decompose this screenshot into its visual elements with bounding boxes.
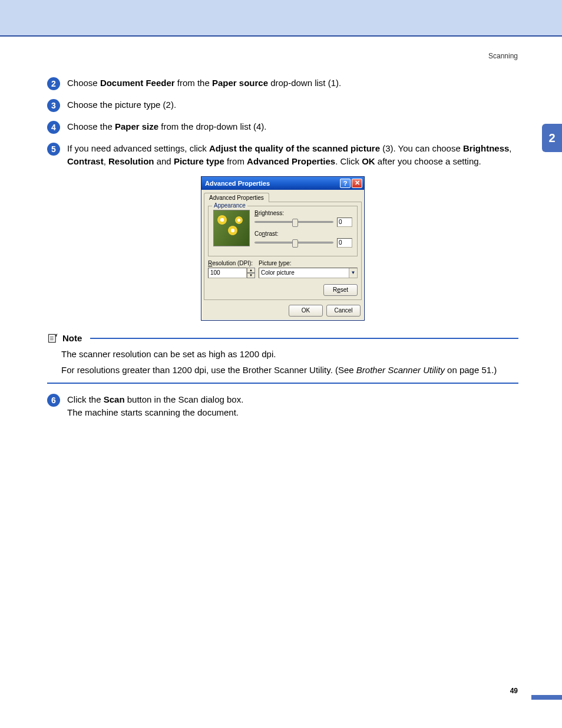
step-text: Choose Document Feeder from the Paper so… — [67, 77, 518, 90]
t: (3). You can choose — [380, 143, 463, 153]
spin-down-icon[interactable]: ▼ — [247, 273, 255, 278]
t: Choose the — [67, 121, 115, 131]
cancel-button[interactable]: Cancel — [326, 305, 361, 317]
note-icon — [47, 332, 59, 344]
note-title: Note — [62, 333, 82, 343]
step-6: 6 Click the Scan button in the Scan dial… — [47, 393, 518, 419]
t: from the — [175, 78, 212, 88]
picture-type-value: Color picture — [261, 269, 295, 276]
t: Scan — [104, 394, 125, 404]
contrast-value[interactable]: 0 — [337, 238, 352, 248]
t: trast: — [265, 230, 278, 237]
step-bullet: 3 — [47, 99, 60, 112]
divider — [90, 338, 518, 339]
divider — [47, 383, 518, 384]
t: ype: — [280, 260, 292, 266]
t: OK — [362, 156, 375, 166]
t: . Click — [335, 156, 362, 166]
step-text: Choose the picture type (2). — [67, 98, 518, 111]
t: , — [509, 143, 511, 153]
t: Document Feeder — [100, 78, 175, 88]
section-name: Scanning — [488, 52, 518, 60]
t: drop-down list (1). — [268, 78, 341, 88]
picture-type-label: Picture type: — [259, 260, 358, 266]
top-band — [0, 0, 562, 37]
t: Picture type — [174, 156, 224, 166]
page-stub — [531, 695, 562, 700]
page-content: 2 Choose Document Feeder from the Paper … — [47, 77, 518, 427]
slider-thumb[interactable] — [292, 239, 298, 248]
t: For resolutions greater than 1200 dpi, u… — [61, 365, 356, 375]
t: Co — [254, 230, 262, 237]
picture-type-combo[interactable]: Color picture ▼ — [259, 268, 358, 278]
t: rightness: — [259, 210, 284, 216]
t: Resolution — [108, 156, 154, 166]
t: on page 51.) — [445, 365, 497, 375]
t: Paper source — [212, 78, 268, 88]
reference-link: Brother Scanner Utility — [356, 365, 445, 375]
brightness-slider[interactable] — [254, 221, 333, 223]
dialog-panel: Appearance Brightness: 0 — [204, 202, 362, 300]
appearance-group: Appearance Brightness: 0 — [208, 206, 358, 256]
t: Contrast — [67, 156, 104, 166]
resolution-label: Resolution (DPI): — [208, 260, 255, 266]
t: from the drop-down list (4). — [158, 121, 266, 131]
preview-thumbnail — [213, 210, 250, 246]
advanced-properties-dialog: Advanced Properties ? ✕ Advanced Propert… — [201, 176, 365, 321]
t: Choose — [67, 78, 100, 88]
chevron-down-icon[interactable]: ▼ — [349, 268, 357, 278]
t: and — [154, 156, 174, 166]
t: button in the Scan dialog box. — [125, 394, 244, 404]
spin-up-icon[interactable]: ▲ — [247, 268, 255, 273]
step-bullet: 2 — [47, 77, 60, 90]
t: from — [224, 156, 247, 166]
t: The machine starts scanning the document… — [67, 407, 239, 417]
dialog-title: Advanced Properties — [205, 180, 270, 187]
t: Brightness — [463, 143, 509, 153]
step-5: 5 If you need advanced settings, click A… — [47, 142, 518, 168]
step-4: 4 Choose the Paper size from the drop-do… — [47, 120, 518, 134]
t: Reset — [333, 286, 348, 293]
t: esolution (DPI): — [212, 260, 253, 266]
note-text: The scanner resolution can be set as hig… — [61, 348, 518, 361]
chapter-tab: 2 — [542, 124, 562, 152]
t: If you need advanced settings, click — [67, 143, 209, 153]
t: Picture — [259, 260, 279, 266]
t: Paper size — [115, 121, 158, 131]
t: Adjust the quality of the scanned pictur… — [209, 143, 380, 153]
resolution-spinner[interactable]: 100 ▲ ▼ — [208, 268, 255, 278]
step-text: Choose the Paper size from the drop-down… — [67, 120, 518, 133]
step-bullet: 4 — [47, 121, 60, 134]
t: Click the — [67, 394, 104, 404]
titlebar[interactable]: Advanced Properties ? ✕ — [201, 177, 364, 190]
help-button[interactable]: ? — [340, 179, 351, 188]
step-text: If you need advanced settings, click Adj… — [67, 142, 518, 168]
t: , — [104, 156, 108, 166]
brightness-label: Brightness: — [254, 210, 352, 216]
t: Advanced Properties — [247, 156, 335, 166]
slider-thumb[interactable] — [292, 219, 298, 227]
page-number: 49 — [510, 687, 518, 695]
step-bullet: 5 — [47, 143, 60, 156]
t: after you choose a setting. — [375, 156, 481, 166]
step-text: Click the Scan button in the Scan dialog… — [67, 393, 518, 419]
resolution-value[interactable]: 100 — [208, 268, 247, 278]
close-button[interactable]: ✕ — [352, 179, 362, 188]
step-3: 3 Choose the picture type (2). — [47, 98, 518, 112]
contrast-slider[interactable] — [254, 242, 333, 243]
contrast-label: Contrast: — [254, 230, 352, 237]
note-text: For resolutions greater than 1200 dpi, u… — [61, 364, 518, 377]
ok-button[interactable]: OK — [289, 305, 323, 317]
group-legend: Appearance — [212, 202, 247, 209]
note-block: Note The scanner resolution can be set a… — [47, 332, 518, 384]
tab-advanced-properties[interactable]: Advanced Properties — [204, 193, 269, 202]
step-2: 2 Choose Document Feeder from the Paper … — [47, 77, 518, 90]
step-bullet: 6 — [47, 394, 60, 407]
reset-button[interactable]: Reset — [323, 284, 358, 296]
tab-strip: Advanced Properties — [201, 190, 364, 202]
brightness-value[interactable]: 0 — [337, 218, 352, 227]
